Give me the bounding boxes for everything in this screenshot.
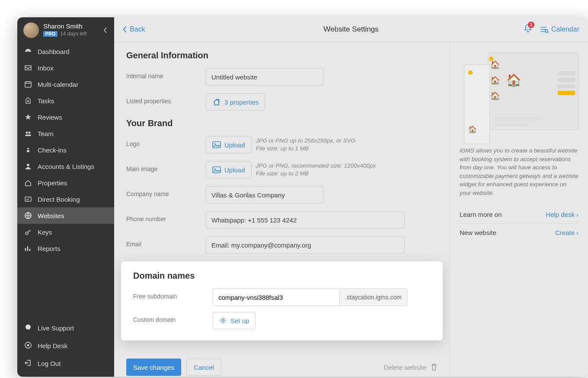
label-email: Email bbox=[126, 236, 206, 248]
page-title: Website Settings bbox=[323, 25, 378, 34]
logo-hint: JPG or PNG up to 256x256px, or SVG File … bbox=[256, 137, 355, 152]
sidebar-item-keys[interactable]: Keys bbox=[17, 224, 114, 240]
section-heading-brand: Your Brand bbox=[126, 118, 438, 128]
label-internal-name: Internal name bbox=[126, 68, 206, 79]
team-icon bbox=[24, 130, 32, 137]
calendar-search-icon bbox=[540, 25, 549, 33]
label-company-name: Company name bbox=[126, 186, 206, 197]
subdomain-input[interactable] bbox=[213, 289, 339, 306]
nav-label: Team bbox=[38, 130, 54, 137]
nav-label: Accounts & Listings bbox=[38, 163, 94, 170]
domain-card: Domain names Free subdomain .staycation.… bbox=[121, 261, 443, 340]
sidebar-item-livesupport[interactable]: Live Support bbox=[17, 319, 114, 337]
delete-label: Delete website bbox=[384, 364, 426, 371]
internal-name-input[interactable] bbox=[206, 68, 323, 86]
chevron-right-icon bbox=[576, 211, 578, 218]
star-icon bbox=[24, 113, 32, 121]
delete-website-button[interactable]: Delete website bbox=[384, 363, 438, 371]
sidebar-item-multicalendar[interactable]: Multi-calendar bbox=[17, 76, 114, 92]
label-listed-properties: Listed properties bbox=[126, 93, 206, 105]
upload-label: Upload bbox=[224, 166, 245, 174]
trial-days-left: 14 days left bbox=[60, 31, 86, 37]
sidebar-item-helpdesk[interactable]: Help Desk bbox=[17, 337, 114, 355]
upload-main-image-button[interactable]: Upload bbox=[206, 161, 252, 178]
nav-label: Tasks bbox=[38, 97, 54, 105]
svg-point-5 bbox=[27, 164, 29, 166]
chevron-left-icon bbox=[123, 26, 127, 33]
sidebar-item-reports[interactable]: Reports bbox=[17, 240, 114, 257]
upload-label: Upload bbox=[224, 141, 245, 149]
image-icon bbox=[212, 166, 221, 173]
image-icon bbox=[212, 141, 221, 148]
nav-label: Multi-calendar bbox=[38, 81, 78, 88]
nav-label: Log Out bbox=[38, 360, 61, 367]
svg-rect-1 bbox=[25, 82, 31, 87]
svg-point-4 bbox=[29, 132, 31, 134]
label-phone: Phone number bbox=[126, 211, 206, 222]
section-heading-domain: Domain names bbox=[133, 271, 431, 281]
svg-point-14 bbox=[214, 143, 216, 145]
nav-label: Check-ins bbox=[38, 146, 67, 154]
avatar[interactable] bbox=[23, 22, 39, 38]
sidebar-item-reviews[interactable]: Reviews bbox=[17, 109, 114, 125]
sidebar-bottom-nav: Live Support Help Desk Log Out bbox=[17, 319, 114, 377]
nav-label: Websites bbox=[38, 212, 64, 219]
email-input[interactable] bbox=[206, 236, 405, 254]
calendar-label: Calendar bbox=[551, 25, 579, 33]
sidebar-item-directbooking[interactable]: Direct Booking bbox=[17, 191, 114, 207]
form-column: General Information Internal name Listed… bbox=[114, 41, 450, 377]
chat-icon bbox=[24, 324, 32, 333]
sidebar-item-dashboard[interactable]: Dashboard bbox=[17, 43, 114, 60]
svg-point-2 bbox=[27, 100, 29, 102]
sidebar-collapse-button[interactable] bbox=[100, 25, 111, 35]
setup-label: Set up bbox=[230, 317, 249, 324]
company-name-input[interactable] bbox=[206, 186, 323, 203]
notifications-button[interactable]: 1 bbox=[524, 24, 532, 35]
chevron-right-icon bbox=[576, 229, 578, 236]
nav-label: Help Desk bbox=[38, 342, 67, 349]
nav-label: Live Support bbox=[38, 324, 74, 332]
help-desk-link[interactable]: Help desk bbox=[546, 211, 578, 218]
nav-label: Dashboard bbox=[38, 48, 69, 55]
calendar-icon bbox=[24, 80, 32, 88]
nav-label: Direct Booking bbox=[38, 196, 80, 203]
create-website-link[interactable]: Create bbox=[555, 229, 578, 236]
user-name: Sharon Smith bbox=[43, 22, 87, 30]
sidebar-item-properties[interactable]: Properties bbox=[17, 175, 114, 191]
listed-properties-button[interactable]: 3 properties bbox=[206, 93, 265, 111]
new-website-label: New website bbox=[460, 229, 496, 236]
notification-badge: 1 bbox=[528, 22, 534, 28]
globe-icon bbox=[24, 212, 32, 219]
sidebar-item-tasks[interactable]: Tasks bbox=[17, 92, 114, 109]
setup-custom-domain-button[interactable]: Set up bbox=[213, 312, 256, 329]
app-window: Sharon Smith PRO 14 days left Dashboard … bbox=[17, 17, 588, 377]
sidebar-item-inbox[interactable]: Inbox bbox=[17, 60, 114, 76]
illustration: 🏠🏠🏠 🏠 🏠 bbox=[460, 52, 578, 139]
save-button[interactable]: Save changes bbox=[126, 359, 181, 376]
sidebar-item-checkins[interactable]: Check-ins bbox=[17, 142, 114, 158]
logout-icon bbox=[24, 359, 32, 368]
help-icon bbox=[24, 341, 32, 350]
upload-logo-button[interactable]: Upload bbox=[206, 136, 252, 153]
nav-label: Reviews bbox=[38, 114, 62, 121]
inbox-icon bbox=[24, 64, 32, 72]
calendar-link[interactable]: Calendar bbox=[540, 25, 579, 33]
content-row: General Information Internal name Listed… bbox=[114, 41, 588, 377]
sidebar-item-logout[interactable]: Log Out bbox=[17, 355, 114, 372]
trash-icon bbox=[431, 363, 438, 371]
sidebar-item-websites[interactable]: Websites bbox=[17, 207, 114, 224]
sidebar-item-accounts[interactable]: Accounts & Listings bbox=[17, 158, 114, 175]
sidebar-item-team[interactable]: Team bbox=[17, 125, 114, 142]
home-icon bbox=[212, 98, 221, 106]
label-free-subdomain: Free subdomain bbox=[133, 289, 213, 300]
footer-actions: Save changes Cancel Delete website bbox=[126, 351, 438, 377]
cancel-button[interactable]: Cancel bbox=[186, 359, 221, 376]
gear-icon bbox=[219, 317, 227, 324]
back-button[interactable]: Back bbox=[123, 25, 145, 33]
section-heading-general: General Information bbox=[126, 51, 438, 60]
svg-point-3 bbox=[26, 132, 28, 134]
checkin-icon bbox=[24, 146, 32, 154]
tasks-icon bbox=[24, 97, 32, 105]
phone-input[interactable] bbox=[206, 211, 405, 229]
nav-label: Properties bbox=[38, 179, 67, 187]
